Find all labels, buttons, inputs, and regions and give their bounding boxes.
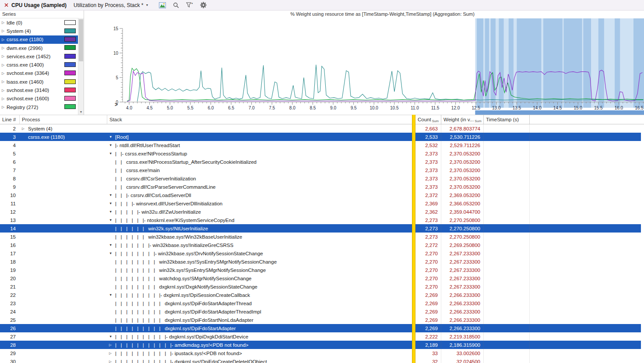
series-item[interactable]: ▷svchost.exe (3140)	[0, 86, 84, 94]
expand-arrow-icon[interactable]: ▷	[2, 97, 7, 101]
graph-column-divider-bar[interactable]	[412, 115, 415, 363]
table-row[interactable]: 15| | | | | | win32kbase.sys!Win32kBaseU…	[0, 233, 644, 241]
view-preset-dropdown[interactable]: Utilization by Process, Stack * ▼	[74, 2, 148, 8]
close-icon[interactable]	[3, 2, 9, 8]
stack-expander-icon[interactable]: ▼	[109, 210, 115, 214]
process-name: csrss.exe (1180)	[28, 134, 65, 140]
table-row[interactable]: 12▼| | | | |- win32u.dll!ZwUserInitializ…	[0, 208, 644, 216]
svg-text:14.5: 14.5	[553, 106, 562, 110]
series-item[interactable]: ▷lsass.exe (1460)	[0, 78, 84, 86]
expand-arrow-icon[interactable]: ▷	[2, 71, 7, 75]
table-row[interactable]: 6| | csrss.exe!NtProcessStartup_AfterSec…	[0, 158, 644, 166]
table-row[interactable]: 24| | | | | | | | | dxgkrnl.sys!DpiFdoSt…	[0, 307, 644, 316]
series-scrollbar[interactable]: ▼	[78, 18, 84, 115]
line-number: 6	[0, 159, 20, 165]
table-row[interactable]: 23| | | | | | | | | dxgkrnl.sys!DpiFdoSt…	[0, 299, 644, 307]
series-item[interactable]: ▷Registry (272)	[0, 103, 84, 111]
series-item[interactable]: ▷csrss.exe (1400)	[0, 60, 84, 69]
table-row[interactable]: 9| | csrsrv.dll!CsrParseServerCommandLin…	[0, 183, 644, 191]
svg-text:6.5: 6.5	[228, 106, 234, 110]
table-row[interactable]: 18| | | | | | | | win32kbase.sys!SysEntr…	[0, 257, 644, 266]
expand-arrow-icon[interactable]: ▷	[2, 38, 7, 42]
table-row[interactable]: 17▼| | | | | | | |- win32kbase.sys!DrvNo…	[0, 249, 644, 257]
column-header-stack[interactable]: Stack	[107, 115, 412, 124]
series-item[interactable]: ▷svchost.exe (3364)	[0, 69, 84, 78]
expand-arrow-icon[interactable]: ▷	[2, 21, 7, 25]
expand-arrow-icon[interactable]: ▷	[2, 105, 7, 109]
table-row[interactable]: 14| | | | | | win32k.sys!NtUserInitializ…	[0, 224, 644, 233]
stack-expander-icon[interactable]: ▼	[109, 243, 115, 247]
stack-expander-icon[interactable]: ▼	[109, 152, 115, 155]
stack-frame: | | csrss.exe!NtProcessStartup_AfterSecu…	[115, 159, 257, 165]
column-header-process[interactable]: Process	[20, 115, 107, 124]
stack-cell: ▷| | | | | | | | | | |- amdkmdag.sys!<PD…	[107, 342, 412, 348]
table-row[interactable]: 4▼|- ntdll.dll!RtlUserThreadStart2,5322,…	[0, 141, 644, 149]
column-header-weight[interactable]: Weight (in v...Sum	[441, 115, 484, 124]
expand-arrow-icon[interactable]: ▷	[2, 29, 7, 33]
table-row[interactable]: 13▼| | | | | |- ntoskrnl.exe!KiSystemSer…	[0, 216, 644, 224]
count-value: 32	[415, 359, 441, 363]
filter-icon[interactable]: *	[185, 1, 194, 9]
table-row[interactable]: 26| | | | | | | | | dxgkrnl.sys!DpiFdoSt…	[0, 324, 644, 332]
line-number: 17	[0, 251, 20, 256]
table-row[interactable]: 10▼| | |- csrsrv.dll!CsrLoadServerDll2,3…	[0, 191, 644, 199]
table-row[interactable]: 7| | csrss.exe!main2,3732,370.053200	[0, 166, 644, 174]
gear-icon[interactable]	[199, 1, 208, 9]
series-color-swatch	[64, 28, 76, 33]
utilization-chart[interactable]: 0510154.04.55.05.56.06.57.07.58.08.59.09…	[84, 11, 644, 115]
expand-arrow-icon[interactable]: ▷	[2, 80, 7, 84]
table-row[interactable]: 21| | | | | | | | dxgkrnl.sys!DxgkNotify…	[0, 282, 644, 291]
stack-cell: ▷| | | | | | | | | | |- ipustack.sys!<PD…	[107, 351, 412, 356]
stack-expander-icon[interactable]: ▼	[109, 293, 115, 297]
series-item[interactable]: ▷dwm.exe (2996)	[0, 44, 84, 52]
column-header-timestamp[interactable]: TimeStamp (s)	[484, 115, 530, 124]
table-row[interactable]: 22▼| | | | | | | | |- dxgkrnl.sys!DpiSes…	[0, 291, 644, 299]
series-item[interactable]: ▷csrss.exe (1180)	[0, 35, 84, 44]
stack-cell: ▼[Root]	[107, 134, 412, 140]
column-header-line[interactable]: Line #	[0, 115, 20, 124]
stack-expander-icon[interactable]: ▼	[109, 143, 115, 147]
series-item[interactable]: ▷Idle (0)	[0, 18, 84, 27]
expand-arrow-icon[interactable]: ▷	[2, 54, 7, 58]
table-row[interactable]: 3csrss.exe (1180)▼[Root]2,5332,530.71122…	[0, 133, 644, 141]
series-color-swatch	[64, 88, 76, 92]
stack-expander-icon[interactable]: ▼	[109, 201, 115, 205]
stack-expander-icon[interactable]: ▼	[109, 335, 115, 338]
process-expander-icon[interactable]: ▷	[22, 127, 28, 130]
table-row[interactable]: 5▼| |- csrss.exe!NtProcessStartup2,3732,…	[0, 149, 644, 158]
table-row[interactable]: 11▼| | | |- winsrvext.dll!UserServerDllI…	[0, 199, 644, 208]
expand-arrow-icon[interactable]: ▷	[2, 63, 7, 67]
export-image-icon[interactable]	[158, 1, 167, 9]
table-row[interactable]: 19| | | | | | | | win32k.sys!SysEntrySMg…	[0, 266, 644, 274]
svg-text:11.0: 11.0	[411, 106, 419, 110]
stack-expander-icon[interactable]: ▼	[109, 135, 115, 139]
series-item[interactable]: ▷System (4)	[0, 27, 84, 35]
table-row[interactable]: 25| | | | | | | | | dxgkrnl.sys!DpiFdoSt…	[0, 316, 644, 324]
stack-expander-icon[interactable]: ▼	[109, 251, 115, 255]
expand-arrow-icon[interactable]: ▷	[2, 88, 7, 92]
column-header-count[interactable]: CountSum	[415, 115, 441, 124]
table-row[interactable]: 8| | csrsrv.dll!CsrServerInitialization2…	[0, 174, 644, 183]
scrollbar-thumb[interactable]	[79, 19, 83, 61]
series-item[interactable]: ▷services.exe (1452)	[0, 52, 84, 60]
stack-expander-icon[interactable]: ▼	[109, 218, 115, 222]
stack-expander-icon[interactable]: ▷	[109, 351, 115, 355]
series-item[interactable]: ▷svchost.exe (1600)	[0, 95, 84, 103]
wpa-analysis-view: CPU Usage (Sampled) Utilization by Proce…	[0, 0, 644, 363]
table-row[interactable]: 28▷| | | | | | | | | | |- amdkmdag.sys!<…	[0, 341, 644, 349]
table-row[interactable]: 27▼| | | | | | | | | |- dxgkrnl.sys!DpiD…	[0, 332, 644, 341]
table-row[interactable]: 29▷| | | | | | | | | | |- ipustack.sys!<…	[0, 349, 644, 357]
search-icon[interactable]	[172, 1, 180, 9]
line-number: 4	[0, 143, 20, 148]
stack-expander-icon[interactable]: ▷	[109, 343, 115, 347]
table-row[interactable]: 2▷System (4)2,6632,678.803774	[0, 124, 644, 133]
table-row[interactable]: 30▷| | | | | | | | | | |- dxgkrnl.sys!Dp…	[0, 357, 644, 363]
stack-frame: | | | | | | | | |- dxgkrnl.sys!DpiSessio…	[115, 293, 250, 298]
table-row[interactable]: 16▼| | | | | | |- win32kbase.sys!Initial…	[0, 241, 644, 249]
stack-expander-icon[interactable]: ▷	[109, 359, 115, 363]
table-row[interactable]: 20| | | | | | | | watchdog.sys!SMgrNotif…	[0, 274, 644, 282]
scrollbar-down-arrow-icon[interactable]: ▼	[78, 109, 84, 115]
expand-arrow-icon[interactable]: ▷	[2, 46, 7, 50]
stack-expander-icon[interactable]: ▼	[109, 193, 115, 197]
legend-collapse-arrow-icon[interactable]: >	[115, 102, 118, 108]
